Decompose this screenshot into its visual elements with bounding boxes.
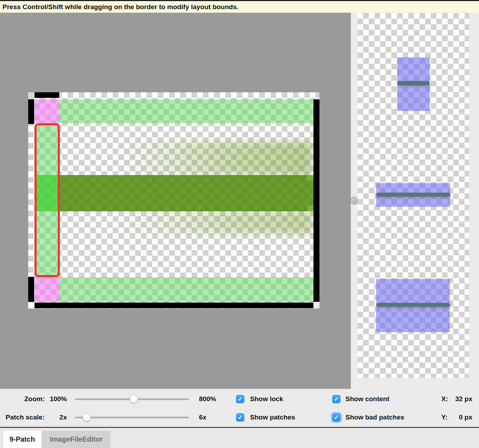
cursor-y-readout: Y: 0 px [441,413,472,422]
zoom-min-value: 100% [46,395,67,403]
preview-wide-content-line [376,193,450,197]
editor-tab-bar: 9-Patch ImageFileEditor [0,427,479,448]
split-divider[interactable] [351,13,357,389]
bad-patch-haze-bottom [116,211,312,234]
show-bad-patches-label: Show bad patches [346,413,430,422]
info-banner: Press Control/Shift while dragging on th… [0,0,479,13]
preview-large-content-line [376,303,450,307]
selected-patch-intersection [37,175,58,211]
tab-label: ImageFileEditor [50,435,102,443]
patch-scale-max-value: 6x [199,413,224,422]
divider-knob[interactable] [350,197,358,205]
y-value: 0 px [459,413,472,422]
patch-scale-slider-thumb[interactable] [82,413,91,422]
control-bar: Zoom: 100% 800% Patch scale: 2x 6x ✓ Sho… [0,389,479,427]
cursor-x-readout: X: 32 px [441,395,472,403]
corner-pixel-top-left [28,92,34,98]
patch-band-bottom [60,277,313,302]
preview-panel [357,13,469,378]
corner-patch-bottom-left [35,277,60,302]
stretch-mark-left-lower[interactable] [28,277,34,302]
stretch-mark-left-upper[interactable] [28,99,34,124]
show-lock-label: Show lock [250,395,321,403]
tab-image-file-editor[interactable]: ImageFileEditor [42,431,111,448]
stretch-mark-top[interactable] [35,92,59,98]
show-patches-checkbox[interactable]: ✓ [236,413,244,422]
patch-scale-min-value: 2x [46,413,67,422]
bad-patch-haze-top [116,142,312,175]
x-label: X: [441,395,448,403]
zoom-label: Zoom: [0,395,45,403]
editor-canvas[interactable] [0,13,351,389]
tab-9-patch[interactable]: 9-Patch [3,431,42,448]
content-band-notch-bottom [307,206,313,211]
check-icon: ✓ [238,414,243,421]
show-patches-label: Show patches [250,413,321,422]
banner-text: Press Control/Shift while dragging on th… [2,3,238,11]
selected-patch-region[interactable] [35,123,60,277]
preview-small-content-line [397,81,430,85]
x-value: 32 px [455,395,472,403]
check-icon: ✓ [334,414,339,421]
patch-scale-slider-track[interactable] [75,417,189,418]
content-mark-right[interactable] [313,99,319,302]
patch-scale-label: Patch scale: [0,413,45,422]
ninepatch-image[interactable] [28,92,319,309]
corner-patch-top-left [35,99,60,123]
check-icon: ✓ [334,396,339,403]
main-content [0,13,479,389]
content-band-notch-top [307,175,313,181]
zoom-slider-thumb[interactable] [130,395,138,403]
show-bad-patches-checkbox[interactable]: ✓ [332,413,341,422]
zoom-max-value: 800% [199,395,224,403]
content-mark-bottom[interactable] [35,303,313,308]
show-content-checkbox[interactable]: ✓ [332,395,341,403]
corner-pixel-bottom-right [313,303,319,308]
check-icon: ✓ [238,396,243,403]
content-band-middle [60,175,313,211]
corner-pixel-bottom-left [28,303,34,308]
y-label: Y: [441,413,448,422]
show-content-label: Show content [346,395,423,403]
show-lock-checkbox[interactable]: ✓ [236,395,244,403]
tab-label: 9-Patch [10,435,35,443]
patch-band-top [60,99,313,123]
